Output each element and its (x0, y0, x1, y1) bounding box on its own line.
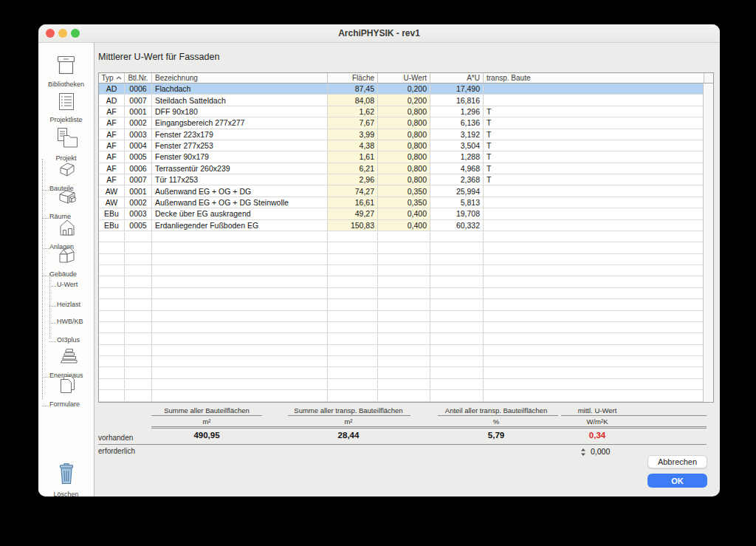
cell-flaeche[interactable]: 7,67 (328, 117, 378, 128)
sidebar-item-u-wert[interactable]: U-Wert (38, 279, 94, 288)
cell-uwert[interactable]: 0,800 (378, 140, 430, 151)
cell-text: 0,200 (408, 96, 427, 105)
table-row[interactable]: AF0007Tür 117x2532,960,8002,368T (99, 174, 704, 185)
table-row[interactable]: AF0004Fenster 277x2534,380,8003,504T (99, 140, 704, 151)
cell-flaeche[interactable]: 150,83 (328, 220, 378, 231)
sidebar-item-bibliotheken[interactable]: Bibliotheken (38, 55, 94, 88)
column-header-btlnr[interactable]: Btl.Nr. (125, 73, 152, 83)
cell-uwert[interactable]: 0,800 (378, 129, 430, 140)
empty-cell (125, 356, 152, 366)
empty-cell (378, 356, 430, 366)
summary-value-1: 28,44 (286, 431, 411, 441)
cell-flaeche[interactable]: 74,27 (328, 185, 378, 196)
cell-uwert[interactable]: 0,200 (378, 83, 430, 94)
cell-text: AW (106, 187, 118, 196)
column-header-au[interactable]: A*U (430, 73, 484, 83)
cell-au: 1,288 (430, 151, 484, 162)
empty-cell (378, 345, 430, 355)
column-header-transp[interactable]: transp. Baute (484, 73, 704, 83)
cell-text: 0,800 (408, 152, 427, 161)
cell-flaeche[interactable]: 87,45 (328, 83, 378, 94)
cell-text: 3,504 (461, 141, 480, 150)
table-row[interactable]: AD0006Flachdach87,450,20017,490 (99, 83, 704, 95)
cell-flaeche[interactable]: 1,62 (328, 106, 378, 117)
empty-cell (125, 367, 152, 378)
sidebar-item-hwb-kb[interactable]: HWB/KB (38, 316, 94, 325)
table-row[interactable]: AF0005Fenster 90x1791,610,8001,288T (99, 151, 704, 163)
cell-flaeche[interactable]: 1,61 (328, 151, 378, 162)
stepper-icon[interactable] (580, 448, 586, 457)
cell-text: Außenwand EG + OG + DG Steinwolle (155, 198, 289, 207)
table-scrollbar[interactable] (703, 83, 713, 402)
cell-uwert[interactable]: 0,800 (378, 117, 430, 128)
cell-flaeche[interactable]: 84,08 (328, 95, 378, 105)
cell-uwert[interactable]: 0,800 (378, 174, 430, 185)
cell-typ: AF (99, 174, 125, 185)
summary-col-rule (438, 415, 558, 416)
empty-cell (484, 265, 704, 276)
table-row[interactable]: AF0002Eingangsbereich 277x2777,670,8006,… (99, 117, 704, 129)
cell-uwert[interactable]: 0,800 (378, 106, 430, 117)
empty-cell (328, 254, 378, 265)
empty-cell (430, 276, 484, 287)
table-row[interactable]: AW0002Außenwand EG + OG + DG Steinwolle1… (99, 197, 704, 208)
cell-nr: 0003 (125, 129, 152, 140)
cell-typ: AF (99, 140, 125, 151)
cell-text: 6,136 (461, 118, 480, 127)
table-row[interactable]: AF0003Fenster 223x1793,990,8003,192T (99, 129, 704, 140)
cell-uwert[interactable]: 0,800 (378, 163, 430, 174)
cell-uwert[interactable]: 0,800 (378, 151, 430, 162)
sidebar-item-gebaeude[interactable]: Gebäude (38, 245, 94, 278)
empty-cell (328, 322, 378, 332)
cell-uwert[interactable]: 0,200 (378, 95, 430, 105)
minimize-button[interactable] (58, 29, 67, 38)
table-row[interactable]: AF0006Terrassentür 260x2396,210,8004,968… (99, 163, 704, 174)
empty-cell (378, 322, 430, 332)
sidebar-item-raeume[interactable]: Räume (38, 188, 94, 220)
column-header-flaeche[interactable]: Fläche (328, 73, 378, 83)
cell-flaeche[interactable]: 49,27 (328, 208, 378, 219)
cell-text: 3,99 (360, 130, 374, 139)
cell-uwert[interactable]: 0,400 (378, 220, 430, 231)
table-row[interactable]: AF0001DFF 90x1801,620,8001,296T (99, 106, 704, 117)
column-header-uwert[interactable]: U-Wert (378, 73, 430, 83)
sidebar-item-projekt[interactable]: Projekt (38, 126, 94, 162)
ok-button[interactable]: OK (647, 474, 707, 488)
cell-flaeche[interactable]: 4,38 (328, 140, 378, 151)
column-header-bezeichnung[interactable]: Bezeichnung (152, 73, 328, 83)
table-row[interactable]: EBu0005Erdanliegender Fußboden EG150,830… (99, 220, 704, 231)
sidebar-item-heizlast[interactable]: Heizlast (38, 299, 94, 308)
empty-cell (99, 311, 125, 321)
close-button[interactable] (46, 29, 55, 38)
cell-text: 0006 (129, 84, 146, 93)
empty-cell (378, 311, 430, 321)
cell-uwert[interactable]: 0,400 (378, 208, 430, 219)
table-row[interactable]: AD0007Steildach Satteldach84,080,20016,8… (99, 95, 704, 106)
cell-text: 0,400 (408, 209, 427, 218)
table-row[interactable]: AW0001Außenwand EG + OG + DG74,270,35025… (99, 185, 704, 197)
required-uwert-field[interactable]: 0,000 (591, 447, 610, 456)
cell-au: 19,708 (430, 208, 484, 219)
cancel-button[interactable]: Abbrechen (647, 455, 707, 468)
cell-name: Außenwand EG + OG + DG (152, 185, 328, 196)
cell-uwert[interactable]: 0,350 (378, 185, 430, 196)
cell-text: 0,350 (408, 198, 427, 207)
cell-text: 0005 (129, 152, 146, 161)
table-row[interactable]: EBu0003Decke über EG auskragend49,270,40… (99, 208, 704, 219)
empty-cell (99, 265, 125, 276)
zoom-button[interactable] (71, 29, 80, 38)
sidebar-item-oi3plus[interactable]: OI3plus (38, 335, 94, 344)
cell-flaeche[interactable]: 3,99 (328, 129, 378, 140)
column-header-typ[interactable]: Typ (99, 73, 125, 83)
sidebar-item-projektliste[interactable]: Projektliste (38, 92, 94, 123)
empty-cell (99, 345, 125, 355)
cell-uwert[interactable]: 0,350 (378, 197, 430, 208)
empty-cell (152, 265, 328, 276)
cell-flaeche[interactable]: 6,21 (328, 163, 378, 174)
empty-cell (484, 356, 704, 366)
tree-connector (49, 284, 56, 287)
cell-typ: AD (99, 83, 125, 94)
cell-flaeche[interactable]: 16,61 (328, 197, 378, 208)
cell-flaeche[interactable]: 2,96 (328, 174, 378, 185)
sort-ascending-icon (116, 76, 122, 80)
